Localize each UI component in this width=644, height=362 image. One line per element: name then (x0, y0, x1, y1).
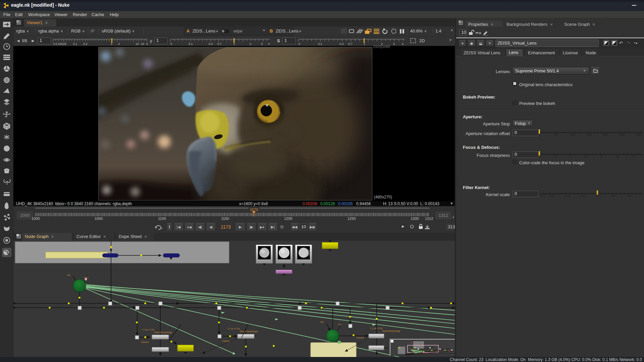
svg-text:soc: soc (67, 274, 71, 276)
svg-text:0.7: 0.7 (348, 42, 353, 46)
svg-text:NukeXDeepImage: NukeXDeepImage (240, 330, 258, 333)
svg-text:20: 20 (141, 42, 144, 46)
svg-text:1:1 sa +1 Fa:: 1:1 sa +1 Fa: (227, 327, 240, 330)
svg-text:0.1: 0.1 (318, 42, 322, 46)
svg-text:1:1 sa +1 Fa:: 1:1 sa +1 Fa: (142, 328, 155, 331)
svg-text:0.1: 0.1 (73, 42, 77, 46)
svg-text:4: 4 (402, 42, 404, 46)
svg-text:1:1 sa +1 Fa:: 1:1 sa +1 Fa: (370, 327, 383, 329)
svg-text:4: 4 (268, 42, 270, 46)
svg-text:x: x (479, 31, 481, 35)
svg-text:0.2: 0.2 (83, 42, 88, 46)
svg-text:0.7: 0.7 (217, 42, 222, 46)
svg-text:0.4: 0.4 (339, 42, 344, 46)
svg-text:NukeXDeepImage: NukeXDeepImage (382, 330, 400, 333)
svg-text:0: 0 (299, 42, 300, 46)
svg-text:2: 2 (118, 42, 120, 46)
svg-text:2: 2 (250, 42, 251, 46)
svg-text:Camera: Camera (141, 341, 149, 343)
svg-text:✂: ✂ (476, 31, 479, 35)
svg-text:0.4: 0.4 (209, 42, 213, 46)
svg-text:64: 64 (146, 42, 148, 46)
svg-text:D: D (5, 146, 8, 151)
svg-text:ax's: ax's (338, 323, 342, 325)
svg-text:Camera: Camera (222, 340, 230, 342)
svg-text:NukeXDeepImage: NukeXDeepImage (154, 331, 172, 334)
svg-text:10: 10 (136, 42, 139, 46)
svg-text:3: 3 (261, 42, 263, 46)
svg-text:0.0.02625: 0.0.02625 (53, 42, 66, 46)
svg-text:0.1: 0.1 (189, 42, 193, 46)
svg-text:3: 3 (393, 42, 395, 46)
svg-text:Camera: Camera (356, 337, 364, 339)
svg-text:0: 0 (170, 42, 172, 46)
svg-text:soc: soc (320, 321, 324, 323)
svg-text:ax's: ax's (85, 276, 89, 279)
svg-text:1: 1 (233, 42, 235, 46)
svg-text:1: 1 (364, 42, 365, 46)
svg-text:1: 1 (111, 42, 112, 46)
